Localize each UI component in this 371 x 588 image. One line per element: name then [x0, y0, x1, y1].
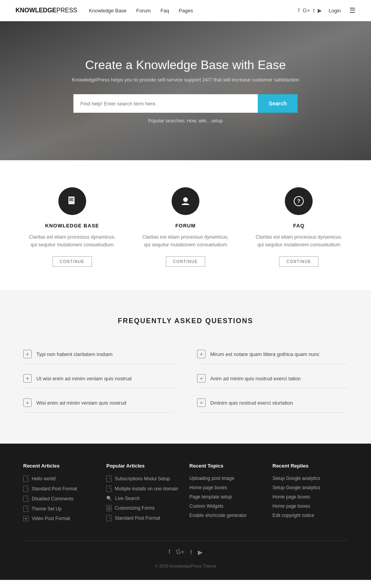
faq-item-3[interactable]: + Wisi enim ad minim veniam quis nostrud: [23, 393, 174, 413]
video-icon-0: [23, 516, 29, 521]
login-button[interactable]: Login: [328, 8, 341, 14]
footer-pa-item-3[interactable]: Customizing Forms: [106, 505, 182, 511]
footer-ra-text-1: Standard Post Format: [32, 486, 77, 491]
features-section: KNOWLEDGE BASE Claritas est etiam proces…: [0, 160, 371, 290]
doc-icon-pa-4: [106, 515, 112, 521]
footer-ra-text-4: Video Post Format: [32, 516, 70, 521]
faq-text-6: Dminim quis nostrud exerci sturtation: [210, 400, 293, 406]
doc-icon-0: [23, 476, 29, 482]
facebook-icon[interactable]: f: [298, 7, 300, 14]
logo-light: PRESS: [56, 7, 77, 14]
nav-pages[interactable]: Pages: [179, 8, 193, 14]
footer-ra-text-3: Theme Set Up: [32, 506, 61, 512]
faq-item-1[interactable]: + Typi non habent claritatem insitam: [23, 344, 174, 364]
hero-content: Create a Knowledge Base with Ease Knowle…: [64, 58, 307, 124]
footer-popular-articles-title: Popular Articles: [106, 463, 182, 469]
footer-pa-item-1[interactable]: Multiple installs on one domain: [106, 486, 182, 492]
twitter-icon[interactable]: t: [313, 7, 315, 14]
faq-expand-icon-1: +: [23, 350, 32, 358]
footer-recent-replies-title: Recent Replies: [272, 463, 348, 469]
feature-forum-button[interactable]: CONTINUE: [166, 256, 205, 267]
footer-twitter-icon[interactable]: t: [190, 549, 192, 556]
nav-knowledge-base[interactable]: Knowledge Base: [89, 8, 127, 14]
footer-rt-item-0[interactable]: Uploading post image: [189, 476, 265, 481]
footer-ra-item-3[interactable]: Theme Set Up: [23, 506, 99, 512]
feature-forum-title: FORUM: [175, 223, 196, 229]
footer-rt-item-3[interactable]: Custom Widgets: [189, 503, 265, 509]
faq-text-3: Wisi enim ad minim veniam quis nostrud: [36, 400, 126, 406]
hero-search-input[interactable]: [73, 94, 258, 113]
feature-knowledge-base: KNOWLEDGE BASE Claritas est etiam proces…: [26, 187, 119, 267]
faq-expand-icon-4: +: [197, 350, 206, 358]
footer-recent-topics-title: Recent Topics: [189, 463, 265, 469]
feature-faq-button[interactable]: CONTINUE: [279, 256, 318, 267]
footer-recent-articles-title: Recent Articles: [23, 463, 99, 469]
hero-title: Create a Knowledge Base with Ease: [72, 58, 299, 72]
footer-rr-item-0[interactable]: Setup Google analytics: [272, 476, 348, 481]
svg-point-5: [183, 197, 188, 202]
footer-rt-item-4[interactable]: Enable shortcode generator: [189, 513, 265, 518]
footer-ra-item-2[interactable]: Disabled Comments: [23, 496, 99, 502]
feature-faq-title: FAQ: [293, 223, 305, 229]
footer-ra-item-0[interactable]: Hello world!: [23, 476, 99, 482]
header-right: f G+ t ▶ Login ☰: [298, 6, 356, 15]
doc-icon-3: [23, 506, 29, 512]
footer-youtube-icon[interactable]: ▶: [198, 549, 203, 556]
feature-forum: FORUM Claritas est etiam processus dynam…: [139, 187, 232, 267]
footer-ra-item-4[interactable]: Video Post Format: [23, 516, 99, 521]
footer-pa-text-1: Multiple installs on one domain: [115, 486, 178, 491]
footer-ra-item-1[interactable]: Standard Post Format: [23, 486, 99, 492]
svg-rect-3: [69, 200, 73, 201]
faq-title: FREQUENTLY ASKED QUESTIONS: [23, 317, 348, 325]
search-small-icon: 🔍: [106, 496, 112, 501]
nav-faq[interactable]: Faq: [160, 8, 169, 14]
faq-section: FREQUENTLY ASKED QUESTIONS + Typi non ha…: [0, 290, 371, 444]
footer-pa-item-2[interactable]: 🔍 Live Search: [106, 496, 182, 501]
faq-expand-icon-2: +: [23, 374, 32, 383]
faq-item-6[interactable]: + Dminim quis nostrud exerci sturtation: [197, 393, 348, 413]
hero-search-button[interactable]: Search: [258, 94, 298, 113]
footer-copyright: © 2018 KnowledgePress Theme: [23, 564, 348, 568]
faq-item-5[interactable]: + Anim ad minim quis nostrud exerci tati…: [197, 369, 348, 388]
footer-googleplus-icon[interactable]: G+: [176, 549, 185, 556]
popular-searches: Popular searches: How, wiki, , setup: [72, 118, 299, 124]
footer-rr-item-3[interactable]: Home page boxes: [272, 503, 348, 509]
faq-icon: ?: [285, 187, 313, 215]
feature-faq: ? FAQ Claritas est etiam processus dynam…: [252, 187, 345, 267]
faq-item-2[interactable]: + Ut wisi enim ad minim veniam quis nost…: [23, 369, 174, 388]
faq-text-2: Ut wisi enim ad minim veniam quis nostru…: [36, 376, 131, 381]
hero-section: Create a Knowledge Base with Ease Knowle…: [0, 21, 371, 160]
footer-social-icons: f G+ t ▶: [23, 549, 348, 556]
faq-expand-icon-5: +: [197, 374, 206, 383]
footer-rr-item-2[interactable]: Home page boxes: [272, 494, 348, 500]
site-logo[interactable]: KNOWLEDGEPRESS: [15, 7, 77, 14]
footer-rt-item-1[interactable]: Home page boxes: [189, 485, 265, 490]
footer-pa-text-4: Standard Post Format: [115, 515, 160, 521]
footer-pa-item-4[interactable]: Standard Post Format: [106, 515, 182, 521]
hamburger-icon[interactable]: ☰: [349, 6, 356, 15]
svg-rect-2: [69, 199, 73, 200]
doc-icon-pa-1: [106, 486, 112, 492]
svg-rect-1: [69, 198, 74, 199]
footer-facebook-icon[interactable]: f: [168, 549, 170, 556]
footer-recent-topics: Recent Topics Uploading post image Home …: [189, 463, 265, 525]
footer-rr-item-1[interactable]: Setup Google analytics: [272, 485, 348, 490]
footer-pa-item-0[interactable]: Subscriptions Modul Setup: [106, 476, 182, 482]
footer-pa-text-2: Live Search: [115, 496, 140, 501]
faq-item-4[interactable]: + Mirum est notare quam littera gothica …: [197, 344, 348, 364]
footer-rr-item-4[interactable]: Edit copyright notice: [272, 513, 348, 518]
footer-rt-item-2[interactable]: Page template setup: [189, 494, 265, 500]
feature-kb-button[interactable]: CONTINUE: [53, 256, 92, 267]
nav-forum[interactable]: Forum: [136, 8, 151, 14]
faq-text-5: Anim ad minim quis nostrud exerci tation: [210, 376, 301, 381]
feature-kb-title: KNOWLEDGE BASE: [45, 223, 99, 229]
logo-bold: KNOWLEDGE: [15, 7, 56, 14]
faq-text-4: Mirum est notare quam littera gothica qu…: [210, 351, 320, 357]
header-social-icons: f G+ t ▶: [298, 7, 322, 14]
googleplus-icon[interactable]: G+: [303, 7, 310, 14]
youtube-icon[interactable]: ▶: [318, 7, 322, 14]
footer-recent-articles: Recent Articles Hello world! Standard Po…: [23, 463, 99, 525]
feature-faq-desc: Claritas est etiam processus dynamicus, …: [252, 233, 345, 249]
footer-popular-articles: Popular Articles Subscriptions Modul Set…: [106, 463, 182, 525]
faq-expand-icon-3: +: [23, 398, 32, 407]
